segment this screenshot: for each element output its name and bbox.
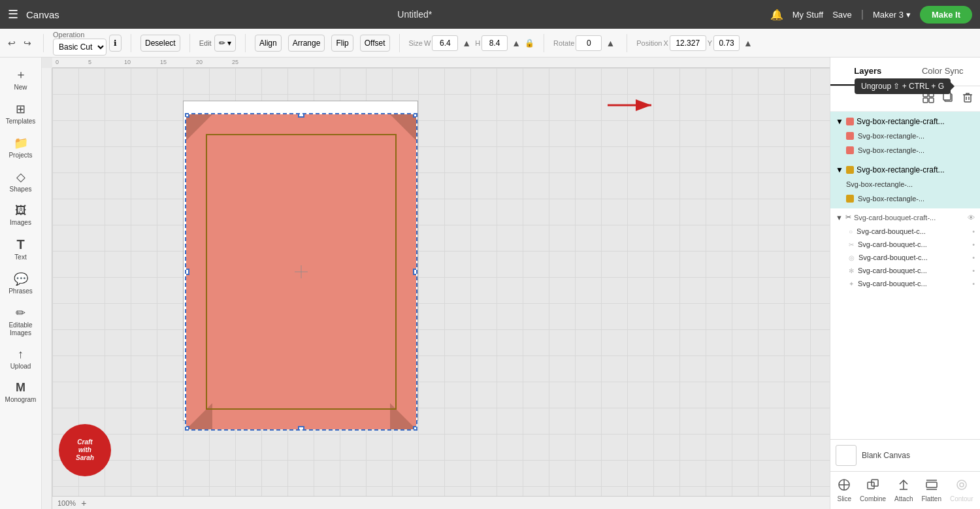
sidebar-item-editable-images[interactable]: ✏ Editable Images — [3, 302, 39, 341]
sidebar-item-phrases[interactable]: 💬 Phrases — [3, 268, 39, 299]
rotate-input[interactable] — [576, 35, 602, 51]
toolbar-separator-5 — [399, 34, 400, 52]
operation-info-button[interactable]: ℹ — [109, 35, 122, 52]
main-layout: ＋ New ⊞ Templates 📁 Projects ◇ Shapes 🖼 … — [0, 57, 980, 509]
projects-icon: 📁 — [14, 136, 28, 150]
handle-bottom-middle[interactable] — [298, 426, 304, 431]
pos-x-input[interactable] — [670, 35, 706, 51]
sidebar-item-phrases-label: Phrases — [8, 287, 33, 295]
combine-icon — [866, 478, 879, 494]
zoom-in-button[interactable]: + — [81, 498, 86, 508]
sidebar-item-templates[interactable]: ⊞ Templates — [3, 98, 39, 129]
delete-button[interactable] — [960, 90, 975, 107]
flip-button[interactable]: Flip — [331, 35, 353, 52]
layer-group-1-header[interactable]: ▼ Svg-box-rectangle-craft... — [830, 114, 980, 129]
contour-button[interactable]: Contour — [946, 476, 977, 505]
size-up-h-button[interactable]: ▲ — [509, 37, 523, 50]
handle-top-left[interactable] — [185, 113, 189, 118]
edit-button[interactable]: ✏ ▾ — [214, 35, 236, 52]
layer-card-item-3-label: Svg-card-bouquet-c... — [858, 254, 968, 261]
phrases-icon: 💬 — [14, 272, 28, 286]
zoom-level: 100% — [57, 499, 76, 507]
pos-y-input[interactable] — [713, 35, 740, 51]
left-sidebar: ＋ New ⊞ Templates 📁 Projects ◇ Shapes 🖼 … — [0, 57, 42, 509]
sidebar-item-shapes[interactable]: ◇ Shapes — [3, 166, 39, 197]
rotate-label: Rotate — [553, 39, 574, 47]
attach-label: Attach — [894, 495, 913, 502]
sidebar-item-images[interactable]: 🖼 Images — [3, 200, 39, 231]
sidebar-item-new[interactable]: ＋ New — [3, 63, 39, 95]
flatten-label: Flatten — [921, 495, 941, 502]
lock-icon[interactable]: 🔒 — [525, 39, 534, 48]
align-button[interactable]: Align — [255, 35, 282, 52]
save-button[interactable]: Save — [832, 10, 852, 20]
sidebar-item-templates-label: Templates — [6, 118, 36, 125]
undo-button[interactable]: ↩ — [5, 37, 18, 50]
handle-top-middle[interactable] — [298, 113, 304, 118]
menu-icon[interactable]: ☰ — [8, 7, 18, 22]
handle-right-middle[interactable] — [413, 269, 417, 275]
layer-vis-icon-2: ✂ — [849, 241, 854, 248]
operation-select[interactable]: Basic Cut — [53, 39, 106, 56]
handle-top-right[interactable] — [413, 113, 417, 118]
canvas-viewport[interactable]: 6.4 in x 8.4 in — [52, 68, 830, 496]
sidebar-item-text[interactable]: T Text — [3, 233, 39, 265]
chevron-down-icon-1: ▼ — [836, 117, 843, 126]
layer-section-card-item-4[interactable]: ✻ Svg-card-bouquet-c... • — [830, 264, 980, 277]
size-up-w-button[interactable]: ▲ — [459, 37, 474, 50]
layer-section-card-item-2[interactable]: ✂ Svg-card-bouquet-c... • — [830, 238, 980, 251]
sidebar-item-projects[interactable]: 📁 Projects — [3, 132, 39, 163]
layer-item-1-2[interactable]: Svg-box-rectangle-... — [830, 143, 980, 157]
layer-card-item-4-label: Svg-card-bouquet-c... — [858, 267, 968, 274]
layer-section-card-item-3[interactable]: ◎ Svg-card-bouquet-c... • — [830, 251, 980, 264]
layer-section-card-header[interactable]: ▼ ✂ Svg-card-bouquet-craft-... 👁 — [830, 210, 980, 225]
mystuff-link[interactable]: My Stuff — [792, 10, 823, 20]
eye-icon-card[interactable]: 👁 — [968, 214, 975, 222]
sidebar-item-monogram[interactable]: M Monogram — [3, 377, 39, 408]
flatten-button[interactable]: Flatten — [917, 476, 945, 505]
size-w-input[interactable] — [432, 35, 458, 51]
ruler-num-25: 25 — [232, 59, 238, 65]
design-object[interactable]: 6.4 in x 8.4 in — [185, 113, 417, 431]
dot-icon-1: • — [972, 227, 975, 235]
layer-item-1-1[interactable]: Svg-box-rectangle-... — [830, 129, 980, 143]
offset-button[interactable]: Offset — [360, 35, 390, 52]
notification-bell-icon[interactable]: 🔔 — [770, 8, 783, 21]
layer-section-card-item-5[interactable]: ✦ Svg-card-bouquet-c... • — [830, 277, 980, 290]
attach-button[interactable]: Attach — [890, 476, 917, 505]
layer-item-2-1[interactable]: Svg-box-rectangle-... — [830, 177, 980, 191]
rotate-up-button[interactable]: ▲ — [603, 37, 617, 50]
position-label: Position — [636, 39, 662, 47]
layer-group-2-header[interactable]: ▼ Svg-box-rectangle-craft... — [830, 163, 980, 177]
ruler-num-20: 20 — [196, 59, 203, 65]
sidebar-item-upload[interactable]: ↑ Upload — [3, 344, 39, 374]
layer-item-2-2-label: Svg-box-rectangle-... — [858, 195, 975, 203]
panel-canvas-indicator: Blank Canvas — [830, 439, 980, 471]
makeit-button[interactable]: Make It — [920, 6, 972, 24]
arrange-button[interactable]: Arrange — [288, 35, 325, 52]
handle-left-middle[interactable] — [185, 269, 189, 275]
pos-x-label: X — [663, 39, 668, 47]
layer-group-1-label: Svg-box-rectangle-craft... — [857, 117, 975, 126]
canvas-area[interactable]: 0 5 10 15 20 25 6.4 in x 8.4 in — [42, 57, 830, 509]
slice-button[interactable]: Slice — [833, 476, 855, 505]
size-h-input[interactable] — [482, 35, 508, 51]
layer-color-dot-1-2 — [846, 146, 854, 154]
handle-bottom-left[interactable] — [185, 426, 189, 431]
ruler-num-5: 5 — [88, 59, 91, 65]
layer-item-2-2[interactable]: Svg-box-rectangle-... — [830, 191, 980, 206]
deselect-button[interactable]: Deselect — [140, 35, 180, 52]
contour-icon — [955, 478, 968, 494]
layer-section-card-item-1[interactable]: ○ Svg-card-bouquet-c... • — [830, 225, 980, 238]
combine-button[interactable]: Combine — [856, 476, 890, 505]
layer-vis-icon-3: ◎ — [849, 254, 855, 261]
svg-rect-4 — [923, 98, 928, 103]
redo-button[interactable]: ↪ — [21, 37, 34, 50]
machine-selector[interactable]: Maker 3 ▾ — [873, 10, 911, 20]
filename[interactable]: Untitled* — [397, 9, 432, 20]
operation-label: Operation — [53, 31, 106, 39]
pos-y-up-button[interactable]: ▲ — [741, 37, 755, 50]
handle-bottom-right[interactable] — [413, 426, 417, 431]
layer-item-1-2-label: Svg-box-rectangle-... — [858, 146, 975, 154]
layer-item-2-1-label: Svg-box-rectangle-... — [846, 180, 975, 188]
